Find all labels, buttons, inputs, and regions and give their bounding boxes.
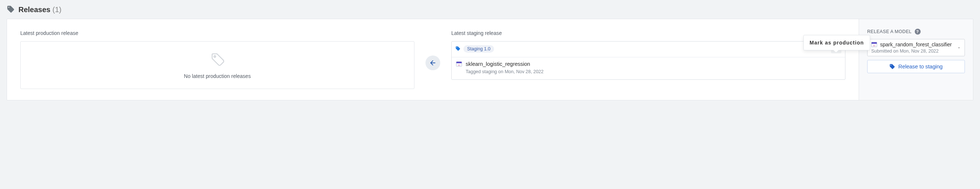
release-card-body: sklearn_logistic_regression Tagged stagi… <box>452 57 845 79</box>
release-a-model-panel: Release a model ? spark_random_forest_cl… <box>859 19 973 100</box>
tag-icon <box>889 64 895 69</box>
staging-label: Latest staging release <box>451 30 845 36</box>
model-select[interactable]: spark_random_forest_classifier Submitted… <box>867 39 965 56</box>
page-title: Releases (1) <box>18 6 62 14</box>
production-column: Latest production release No latest prod… <box>20 30 414 89</box>
releases-panel: Latest production release No latest prod… <box>6 19 974 101</box>
release-to-staging-button[interactable]: Release to staging <box>867 60 965 73</box>
promote-arrow-container <box>425 49 440 70</box>
arrow-left-icon <box>429 59 436 66</box>
tag-icon <box>6 5 15 14</box>
tag-outline-icon <box>209 51 226 67</box>
more-actions-button[interactable]: ••• Mark as production <box>831 44 842 53</box>
model-icon <box>871 42 877 47</box>
selected-model-name: spark_random_forest_classifier <box>880 41 952 47</box>
release-to-staging-label: Release to staging <box>898 64 942 69</box>
staging-model-sub: Tagged staging on Mon, Nov 28, 2022 <box>466 69 841 74</box>
production-empty-text: No latest production releases <box>184 73 251 79</box>
svg-point-0 <box>214 55 215 57</box>
staging-model-name: sklearn_logistic_regression <box>466 61 530 67</box>
title-count: (1) <box>52 6 61 14</box>
promote-arrow-button[interactable] <box>425 55 440 70</box>
release-card-header: Staging 1.0 ••• Mark as production <box>452 41 845 57</box>
selected-model-sub: Submitted on Mon, Nov 28, 2022 <box>871 49 952 54</box>
tag-icon <box>455 46 460 52</box>
section-header: Releases (1) <box>6 5 974 14</box>
model-row: sklearn_logistic_regression <box>456 61 841 67</box>
tooltip-text: Mark as production <box>810 40 864 46</box>
model-icon <box>456 61 462 66</box>
production-empty-card: No latest production releases <box>20 41 414 89</box>
tooltip: Mark as production <box>803 35 870 50</box>
chevron-down-icon <box>957 45 961 51</box>
staging-release-card: Staging 1.0 ••• Mark as production sk <box>451 41 845 80</box>
staging-version-pill[interactable]: Staging 1.0 <box>463 45 494 53</box>
release-a-model-title: Release a model <box>867 29 912 34</box>
title-text: Releases <box>18 6 51 14</box>
production-label: Latest production release <box>20 30 414 36</box>
staging-column: Latest staging release Staging 1.0 ••• <box>451 30 845 80</box>
help-icon[interactable]: ? <box>915 29 921 35</box>
releases-main: Latest production release No latest prod… <box>7 19 859 100</box>
release-a-model-header: Release a model ? <box>867 29 965 35</box>
